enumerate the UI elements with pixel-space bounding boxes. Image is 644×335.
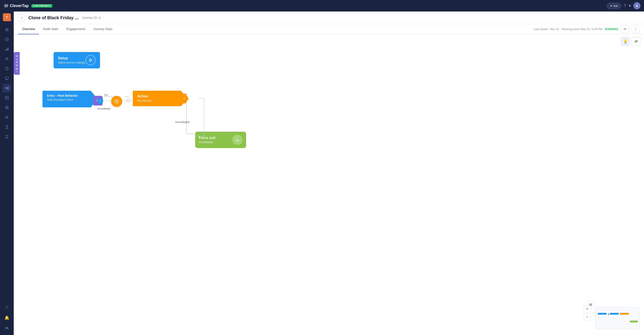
back-button[interactable]: ‹: [18, 14, 25, 21]
chevron-down-icon[interactable]: ▾: [629, 3, 631, 8]
svg-point-16: [6, 327, 7, 328]
lightbulb-button[interactable]: 💡: [621, 37, 630, 46]
help-icon-button[interactable]: ?: [624, 4, 626, 8]
zoom-out-button[interactable]: −: [584, 313, 591, 320]
svg-point-15: [6, 117, 8, 118]
user-avatar[interactable]: A: [634, 2, 640, 9]
goals-panel[interactable]: › G O A L S: [14, 52, 20, 75]
svg-point-17: [7, 327, 8, 328]
setup-node-icon: ⚙: [86, 55, 96, 65]
setup-node-subtitle: Define journey settings: [58, 61, 85, 64]
connector-circle: [126, 99, 130, 102]
svg-rect-9: [5, 88, 6, 88]
minimap-dot-1: [608, 314, 609, 315]
sidebar-item-events[interactable]: [2, 64, 11, 73]
tab-bar: Overview Node Stats Engagements Journey …: [14, 24, 644, 34]
zoom-controls: + −: [584, 305, 591, 320]
sidebar-item-journeys[interactable]: [2, 84, 11, 92]
journey-canvas: › G O A L S 💡 ⇌: [14, 34, 644, 334]
minimap-node-blue-2: [610, 313, 619, 315]
entry-add-connector[interactable]: +: [97, 98, 103, 104]
live-project-badge: LIVE PROJECT: [32, 4, 52, 8]
sidebar-item-bookmarks[interactable]: [2, 132, 11, 141]
entry-node-subtitle: Gold Champion Users: [47, 98, 87, 101]
minimap-content: [596, 307, 639, 329]
sidebar-item-support[interactable]: [2, 103, 11, 112]
minimap: [595, 307, 640, 329]
sidebar-item-alerts[interactable]: ⚠: [2, 303, 11, 312]
svg-rect-27: [236, 141, 239, 141]
yes-label: Yes: [104, 94, 108, 96]
sidebar-item-activity[interactable]: [2, 35, 11, 44]
tabs-container: Overview Node Stats Engagements Journey …: [18, 24, 116, 34]
entry-immediately-label: Immediately: [97, 107, 110, 110]
svg-point-2: [5, 38, 8, 41]
tab-journey-stats[interactable]: Journey Stats: [90, 24, 116, 34]
sidebar-item-campaigns[interactable]: [2, 94, 11, 102]
svg-rect-10: [8, 87, 9, 88]
force-exit-icon: [232, 135, 242, 145]
sidebar-item-users[interactable]: [2, 54, 11, 63]
svg-rect-12: [5, 96, 8, 99]
immediately-label: Immediately: [175, 120, 190, 124]
sidebar: T ⊞ ⚠ 🔔: [0, 12, 14, 335]
tab-right-actions: Last saved - Nov 21 Running since Nov 21…: [534, 25, 640, 33]
sidebar-item-team[interactable]: [2, 324, 11, 333]
page-title: Clone of Black Friday ...: [28, 15, 78, 20]
canvas-toolbar: 💡 ⇌: [621, 37, 640, 46]
more-options-button[interactable]: ⋮: [632, 25, 640, 33]
svg-point-13: [5, 106, 8, 109]
force-exit-content: Force exit Immediately: [199, 136, 216, 144]
org-avatar[interactable]: T: [3, 13, 11, 21]
entry-node[interactable]: Entry - Past behavior Gold Champion User…: [42, 91, 98, 107]
svg-rect-11: [8, 88, 9, 90]
minimap-node-green-1: [630, 320, 638, 322]
tab-node-stats[interactable]: Node Stats: [39, 24, 62, 34]
minimap-node-blue-1: [598, 313, 606, 315]
svg-rect-8: [5, 77, 8, 79]
wait-node[interactable]: [111, 96, 122, 107]
sidebar-item-notifications[interactable]: 🔔: [2, 313, 11, 322]
tab-engagements[interactable]: Engagements: [62, 24, 90, 34]
svg-point-6: [6, 58, 8, 59]
action-node[interactable]: Action My segment: [133, 91, 188, 106]
minimap-node-orange-1: [620, 313, 629, 315]
nav-right: ✦ Ask ? ▾ A: [606, 2, 640, 9]
setup-node-content: Setup Define journey settings: [58, 56, 85, 64]
svg-text:CT: CT: [5, 4, 8, 8]
force-exit-subtitle: Immediately: [199, 141, 216, 144]
sidebar-item-dashboard[interactable]: ⊞: [2, 25, 11, 34]
edit-button[interactable]: ✏: [621, 25, 629, 33]
force-exit-node[interactable]: Force exit Immediately: [195, 132, 246, 148]
ct-logo-icon: CT: [4, 3, 8, 8]
svg-point-14: [6, 107, 8, 108]
svg-rect-5: [8, 48, 8, 51]
zoom-in-button[interactable]: +: [584, 305, 591, 312]
sidebar-item-messages[interactable]: [2, 74, 11, 83]
layers-button[interactable]: ⇌: [632, 37, 640, 46]
journey-id: Journey ID: 4: [82, 16, 100, 20]
setup-node[interactable]: Setup Define journey settings ⚙: [54, 52, 100, 68]
sidebar-item-analytics[interactable]: [2, 45, 11, 54]
tab-overview[interactable]: Overview: [18, 24, 39, 34]
page-header: ‹ Clone of Black Friday ... Journey ID: …: [14, 12, 644, 24]
force-exit-title: Force exit: [199, 136, 216, 140]
running-status-badge: RUNNING: [605, 28, 618, 31]
clevertap-logo: CT CleverTap: [4, 3, 29, 8]
svg-rect-4: [7, 48, 7, 51]
sidebar-bottom: ⚠ 🔔: [2, 302, 11, 333]
sidebar-item-settings[interactable]: [2, 113, 11, 122]
setup-node-title: Setup: [58, 56, 85, 60]
svg-rect-3: [5, 49, 6, 51]
nav-left: CT CleverTap LIVE PROJECT: [4, 3, 52, 8]
main-content: ‹ Clone of Black Friday ... Journey ID: …: [14, 12, 644, 335]
running-since-text: Running since Nov 21, 5:29 PM: [562, 28, 602, 31]
goals-label: G O A L S: [16, 55, 18, 70]
action-connector-arrow: [179, 94, 188, 103]
sidebar-item-experiments[interactable]: [2, 122, 11, 132]
top-nav: CT CleverTap LIVE PROJECT ✦ Ask ? ▾ A: [0, 0, 644, 12]
ask-button[interactable]: ✦ Ask: [606, 3, 621, 9]
action-node-subtitle: My segment: [137, 99, 176, 102]
entry-node-title: Entry - Past behavior: [47, 94, 87, 97]
last-saved-text: Last saved - Nov 21: [534, 28, 559, 31]
